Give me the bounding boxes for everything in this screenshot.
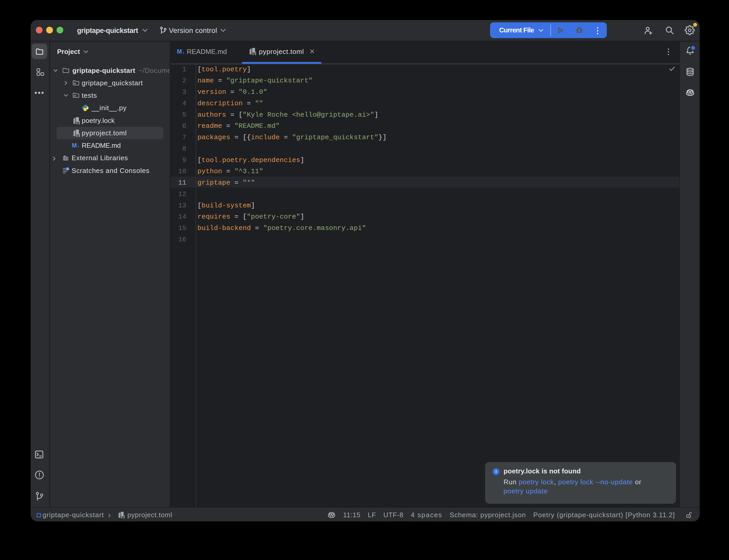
svg-text:T: T: [122, 515, 124, 518]
svg-text:T: T: [77, 133, 79, 136]
svg-text:T: T: [77, 121, 79, 124]
svg-text:T: T: [253, 52, 255, 55]
